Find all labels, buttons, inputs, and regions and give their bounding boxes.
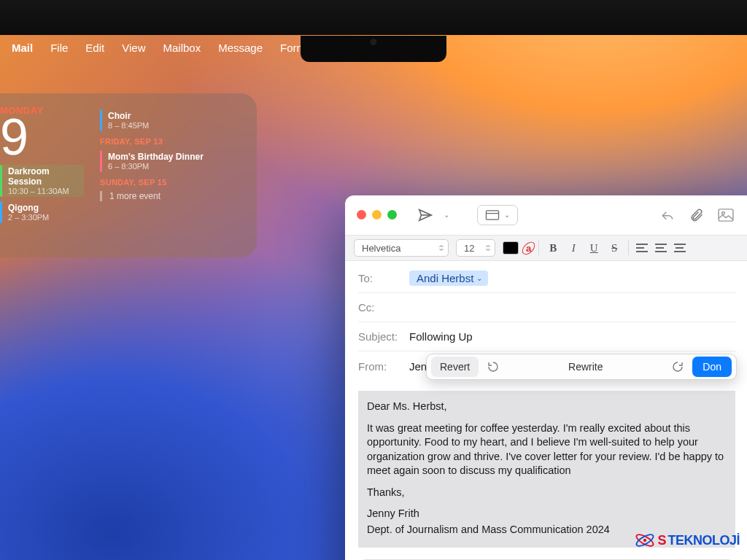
body-paragraph: It was great meeting for coffee yesterda… — [367, 421, 727, 478]
font-select[interactable]: Helvetica — [354, 239, 449, 257]
menu-mailbox[interactable]: Mailbox — [163, 42, 201, 54]
subject-value[interactable]: Following Up — [409, 330, 473, 343]
header-fields-button[interactable]: ⌄ — [477, 205, 518, 225]
close-button[interactable] — [357, 210, 366, 219]
text-color-swatch[interactable] — [503, 241, 519, 254]
watermark: STEKNOLOJİ — [634, 531, 740, 550]
atom-icon — [634, 531, 656, 550]
to-label: To: — [358, 272, 409, 284]
revert-button[interactable]: Revert — [431, 357, 479, 377]
send-button[interactable] — [414, 206, 436, 225]
svg-rect-1 — [719, 209, 733, 220]
body-greeting: Dear Ms. Herbst, — [367, 400, 727, 414]
event-qigong[interactable]: Qigong 2 – 3:30PM — [0, 201, 84, 223]
event-choir[interactable]: Choir 8 – 8:45PM — [100, 109, 244, 131]
window-toolbar: ⌄ ⌄ — [345, 195, 747, 235]
photo-button[interactable] — [715, 206, 737, 225]
body-signature-name: Jenny Frith — [367, 507, 727, 521]
font-size-select[interactable]: 12 — [456, 239, 495, 257]
attach-button[interactable] — [686, 206, 708, 225]
text-color-button[interactable]: a — [526, 243, 531, 254]
event-darkroom[interactable]: Darkroom Session 10:30 – 11:30AM — [0, 165, 84, 197]
menu-edit[interactable]: Edit — [85, 42, 104, 54]
recipient-token[interactable]: Andi Herbst⌄ — [409, 271, 488, 286]
menu-view[interactable]: View — [122, 42, 145, 54]
from-label: From: — [358, 360, 409, 373]
bold-button[interactable]: B — [546, 242, 560, 254]
zoom-button[interactable] — [387, 210, 397, 219]
message-body-selection[interactable]: Dear Ms. Herbst, It was great meeting fo… — [358, 391, 735, 548]
align-right-button[interactable] — [674, 244, 686, 252]
rewrite-toolbar: Revert Rewrite Don — [426, 354, 737, 380]
svg-point-5 — [643, 539, 646, 542]
chevron-down-icon[interactable]: ⌄ — [476, 274, 482, 282]
compose-window: ⌄ ⌄ Helvetica 12 a B I U — [345, 195, 747, 560]
rewrite-title: Rewrite — [508, 361, 663, 373]
reply-button[interactable] — [657, 206, 678, 225]
more-events[interactable]: 1 more event — [100, 191, 244, 201]
undo-icon[interactable] — [484, 358, 502, 376]
subject-label: Subject: — [358, 330, 409, 343]
cc-row[interactable]: Cc: — [358, 293, 735, 322]
cc-label: Cc: — [358, 301, 409, 314]
send-menu-chevron-icon[interactable]: ⌄ — [444, 211, 449, 219]
calendar-date: 9 — [0, 114, 84, 160]
minimize-button[interactable] — [372, 210, 382, 219]
underline-button[interactable]: U — [587, 242, 600, 254]
done-button[interactable]: Don — [692, 357, 732, 377]
window-controls — [357, 210, 397, 219]
to-row[interactable]: To: Andi Herbst⌄ — [358, 264, 735, 293]
calendar-widget[interactable]: MONDAY 9 Darkroom Session 10:30 – 11:30A… — [0, 93, 257, 257]
svg-rect-0 — [486, 210, 498, 219]
from-row[interactable]: From: Jenny Fri Revert Rewrite Don — [358, 351, 735, 381]
label-friday: FRIDAY, SEP 13 — [100, 137, 244, 146]
menu-file[interactable]: File — [50, 42, 68, 54]
body-thanks: Thanks, — [367, 486, 727, 500]
label-sunday: SUNDAY, SEP 15 — [100, 178, 244, 187]
format-toolbar: Helvetica 12 a B I U S — [345, 235, 747, 261]
subject-row[interactable]: Subject: Following Up — [358, 322, 735, 351]
align-center-button[interactable] — [655, 244, 667, 252]
strike-button[interactable]: S — [608, 242, 621, 254]
align-left-button[interactable] — [636, 244, 648, 252]
app-name[interactable]: Mail — [12, 42, 33, 54]
svg-point-2 — [722, 211, 725, 214]
menu-message[interactable]: Message — [218, 42, 263, 54]
event-mom-dinner[interactable]: Mom's Birthday Dinner 6 – 8:30PM — [100, 150, 244, 172]
italic-button[interactable]: I — [567, 242, 580, 254]
redo-icon[interactable] — [669, 358, 686, 376]
